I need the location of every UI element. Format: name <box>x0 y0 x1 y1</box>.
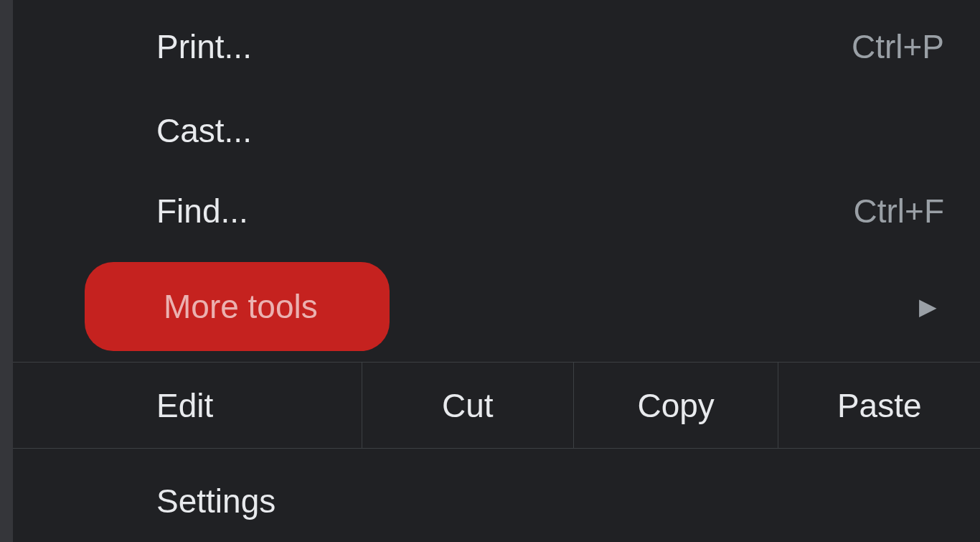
menu-item-settings-label: Settings <box>156 482 275 520</box>
edit-paste-button[interactable]: Paste <box>778 363 980 448</box>
edit-copy-button[interactable]: Copy <box>573 363 778 448</box>
menu-item-edit-label: Edit <box>13 363 362 448</box>
menu-item-more-tools-label: More tools <box>164 288 318 325</box>
menu-item-find-label: Find... <box>156 192 248 230</box>
menu-item-cast-label: Cast... <box>156 111 252 150</box>
menu-item-print-label: Print... <box>156 27 252 66</box>
menu-item-find[interactable]: Find... Ctrl+F <box>13 172 980 251</box>
menu-item-more-tools[interactable]: More tools ▶ <box>13 251 980 361</box>
menu-item-find-shortcut: Ctrl+F <box>854 192 945 230</box>
edit-cut-button[interactable]: Cut <box>362 363 573 448</box>
menu-item-cast[interactable]: Cast... <box>13 90 980 172</box>
menu-item-print-shortcut: Ctrl+P <box>852 27 944 66</box>
submenu-arrow-icon: ▶ <box>919 293 937 320</box>
more-tools-highlight: More tools <box>85 262 390 351</box>
context-menu: Print... Ctrl+P Cast... Find... Ctrl+F M… <box>13 0 980 542</box>
menu-item-edit-row: Edit Cut Copy Paste <box>13 363 980 448</box>
menu-item-print[interactable]: Print... Ctrl+P <box>13 0 980 90</box>
menu-item-settings[interactable]: Settings <box>13 449 980 542</box>
